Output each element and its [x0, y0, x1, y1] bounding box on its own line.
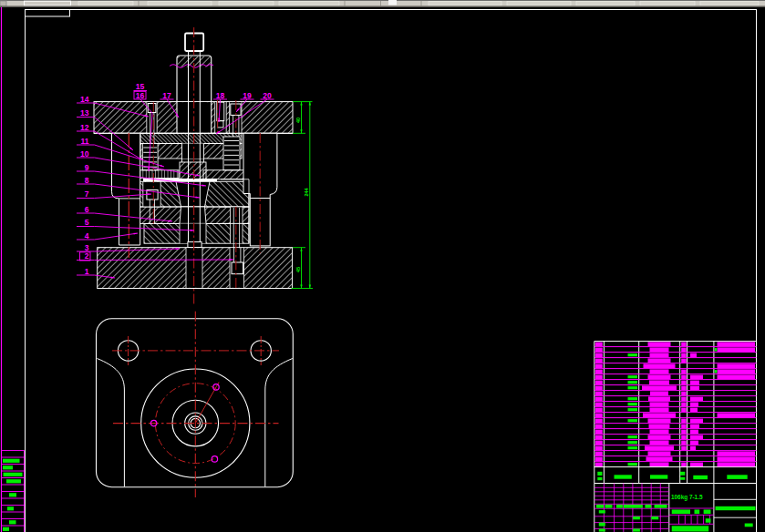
svg-text:14: 14	[80, 95, 89, 104]
svg-text:3: 3	[85, 243, 89, 252]
svg-text:244: 244	[304, 187, 309, 196]
svg-text:40: 40	[295, 118, 301, 123]
svg-text:8: 8	[85, 176, 89, 185]
svg-text:4: 4	[85, 231, 89, 240]
svg-text:20: 20	[263, 91, 272, 100]
svg-text:15: 15	[136, 82, 145, 91]
svg-text:11: 11	[81, 137, 89, 146]
svg-text:9: 9	[85, 163, 89, 172]
svg-text:1: 1	[85, 267, 89, 276]
svg-text:106kg 7-1.5: 106kg 7-1.5	[671, 494, 703, 501]
svg-text:10: 10	[80, 149, 89, 159]
svg-text:19: 19	[243, 91, 252, 100]
svg-text:16: 16	[136, 91, 145, 100]
svg-text:2: 2	[85, 251, 89, 261]
svg-text:7: 7	[85, 189, 89, 199]
svg-text:12: 12	[80, 123, 89, 132]
svg-text:5: 5	[85, 218, 89, 227]
svg-text:18: 18	[216, 91, 225, 100]
svg-text:13: 13	[80, 108, 89, 118]
svg-text:45: 45	[295, 267, 301, 272]
svg-text:17: 17	[162, 91, 171, 100]
svg-text:6: 6	[85, 205, 89, 214]
